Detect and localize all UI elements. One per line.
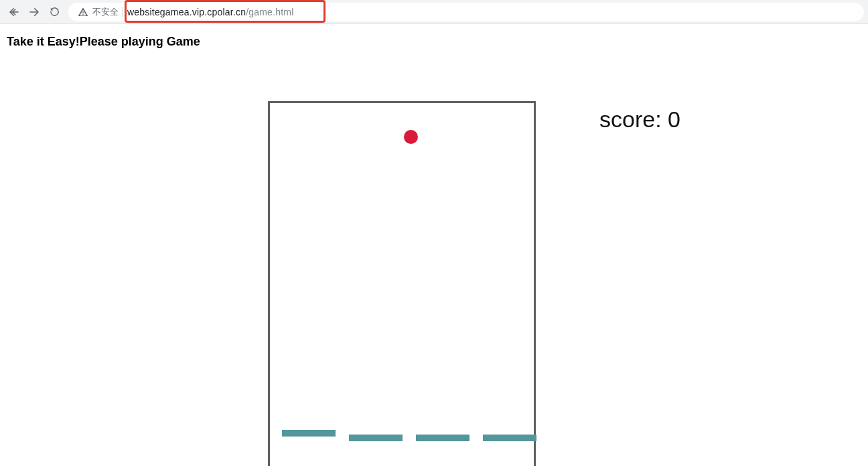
page-heading: Take it Easy!Please playing Game [0, 24, 868, 60]
reload-button[interactable] [44, 2, 64, 22]
score-display: score: 0 [599, 106, 680, 133]
arrow-left-icon [8, 6, 20, 18]
game-canvas[interactable] [268, 101, 536, 466]
reload-icon [49, 6, 60, 17]
browser-toolbar: 不安全 websitegamea.vip.cpolar.cn/game.html [0, 0, 868, 24]
platform-3 [483, 435, 536, 441]
insecure-label: 不安全 [92, 6, 119, 18]
forward-button[interactable] [24, 2, 44, 22]
warning-icon [78, 7, 88, 17]
url-text: websitegamea.vip.cpolar.cn/game.html [127, 7, 293, 17]
back-button[interactable] [4, 2, 24, 22]
url-path: /game.html [246, 7, 293, 17]
platform-0 [282, 430, 336, 437]
separator [123, 7, 123, 17]
url-host: websitegamea.vip.cpolar.cn [127, 7, 246, 17]
arrow-right-icon [28, 6, 40, 18]
platform-2 [416, 435, 469, 441]
game-ball [404, 130, 418, 144]
score-label: score: [599, 106, 668, 132]
platform-1 [349, 435, 403, 441]
score-value: 0 [668, 106, 680, 132]
address-bar[interactable]: 不安全 websitegamea.vip.cpolar.cn/game.html [68, 3, 864, 21]
page-body: Take it Easy!Please playing Game score: … [0, 24, 868, 60]
